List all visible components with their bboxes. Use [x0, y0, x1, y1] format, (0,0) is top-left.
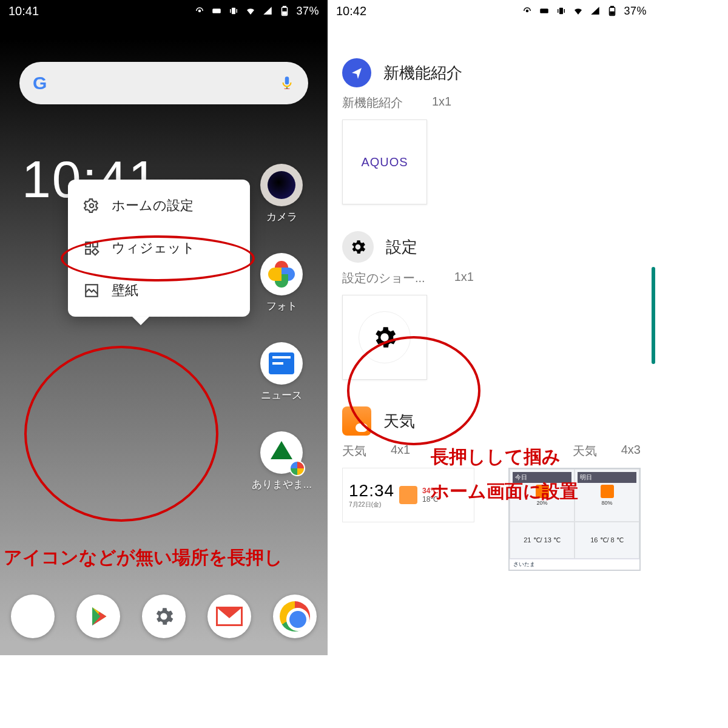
widget-group-newfeatures: 新機能紹介 新機能紹介 1x1 AQUOS — [328, 46, 655, 219]
mic-icon[interactable] — [279, 75, 295, 91]
dock — [0, 595, 328, 638]
chrome-icon — [280, 601, 310, 632]
home-app-column: カメラ フォト ニュース ありまやま... — [252, 164, 312, 491]
camera-icon — [268, 171, 295, 199]
preview-date: 7月22日(金) — [349, 500, 394, 509]
sun-icon — [601, 485, 614, 498]
widget-name: 設定のショー... — [342, 270, 425, 286]
preview-time: 12:34 — [349, 481, 394, 500]
widget-name: 天気 — [342, 443, 366, 459]
share-icon — [342, 58, 371, 87]
svg-rect-13 — [541, 8, 549, 13]
dock-chrome[interactable] — [273, 595, 317, 638]
widget-size: 4x3 — [621, 443, 641, 459]
dock-tips[interactable] — [11, 595, 55, 638]
preview-location: さいたま — [510, 559, 639, 570]
hotspot-icon — [522, 5, 533, 16]
google-search-bar[interactable]: G — [19, 62, 308, 104]
wifi-icon — [573, 5, 584, 16]
arima-icon — [271, 441, 292, 459]
app-label: ありまやま... — [252, 477, 312, 491]
scrollbar[interactable] — [652, 267, 655, 364]
status-time: 10:41 — [8, 4, 39, 18]
svg-point-12 — [526, 10, 529, 13]
app-photos[interactable]: フォト — [260, 253, 303, 313]
annotation-circle-widgets — [61, 235, 255, 281]
svg-rect-4 — [283, 7, 286, 8]
ctx-home-settings[interactable]: ホームの設定 — [68, 184, 250, 227]
svg-rect-2 — [232, 8, 235, 15]
widget-size: 1x1 — [454, 270, 474, 286]
widget-size: 4x1 — [391, 443, 410, 459]
google-logo-icon: G — [33, 73, 47, 93]
chrome-badge-icon — [289, 460, 305, 476]
ctx-label: 壁紙 — [112, 281, 138, 300]
widget-name: 新機能紹介 — [342, 95, 403, 111]
news-icon — [269, 352, 294, 374]
svg-point-0 — [198, 10, 201, 13]
app-camera[interactable]: カメラ — [260, 164, 303, 224]
sun-icon — [399, 486, 417, 504]
ctx-label: ホームの設定 — [112, 197, 194, 215]
gear-icon — [84, 198, 99, 214]
battery-percent: 37% — [624, 5, 647, 18]
dock-settings[interactable] — [142, 595, 186, 638]
svg-rect-17 — [610, 12, 614, 15]
annotation-circle-settings-widget — [347, 336, 480, 445]
widget-aquos-tile[interactable]: AQUOS — [342, 120, 427, 204]
annotation-text-right: 長押しして掴み ホーム画面に設置 — [431, 443, 578, 505]
photos-icon — [268, 261, 295, 288]
vibrate-icon — [228, 5, 239, 16]
app-label: カメラ — [266, 210, 297, 224]
svg-rect-14 — [559, 8, 563, 15]
signal-icon — [590, 5, 601, 16]
status-icons: 37% — [194, 5, 319, 18]
app-news[interactable]: ニュース — [260, 342, 303, 402]
wallpaper-icon — [84, 283, 99, 298]
status-time: 10:42 — [336, 4, 366, 18]
svg-point-6 — [90, 204, 94, 208]
left-screenshot: 10:41 37% G 10:41 カメラ フォト ニュース — [0, 0, 328, 655]
gear-icon — [152, 605, 175, 628]
hotspot-icon — [194, 5, 205, 16]
annotation-text-left: アイコンなどが無い場所を長押し — [4, 544, 283, 572]
group-title: 設定 — [386, 237, 417, 258]
lightbulb-icon — [22, 606, 43, 627]
dock-gmail[interactable] — [207, 595, 251, 638]
app-label: ニュース — [261, 388, 302, 402]
app-label: フォト — [266, 299, 297, 313]
status-icons: 37% — [522, 5, 647, 18]
wifi-icon — [245, 5, 256, 16]
menu-pointer-icon — [132, 317, 149, 325]
battery-percent: 37% — [296, 5, 319, 18]
app-arimayama[interactable]: ありまやま... — [252, 431, 312, 491]
dock-play[interactable] — [76, 595, 120, 638]
vibrate-icon — [556, 5, 567, 16]
gmail-icon — [216, 607, 243, 626]
widget-size: 1x1 — [432, 95, 451, 111]
battery-icon — [607, 5, 618, 16]
svg-rect-5 — [283, 12, 286, 15]
group-title: 新機能紹介 — [383, 62, 462, 84]
annotation-circle-empty — [24, 346, 218, 522]
battery-icon — [279, 5, 290, 16]
right-screenshot: 10:42 37% 新機能紹介 新機能紹介 1x1 AQUOS — [328, 0, 655, 655]
status-bar-left: 10:41 37% — [0, 0, 328, 22]
status-bar-right: 10:42 37% — [328, 0, 655, 22]
aquos-logo: AQUOS — [361, 155, 408, 169]
vr-icon — [211, 5, 222, 16]
svg-rect-16 — [611, 7, 614, 8]
svg-rect-1 — [213, 8, 221, 13]
vr-icon — [539, 5, 550, 16]
gear-icon — [342, 231, 374, 263]
play-icon — [86, 604, 110, 629]
signal-icon — [262, 5, 273, 16]
